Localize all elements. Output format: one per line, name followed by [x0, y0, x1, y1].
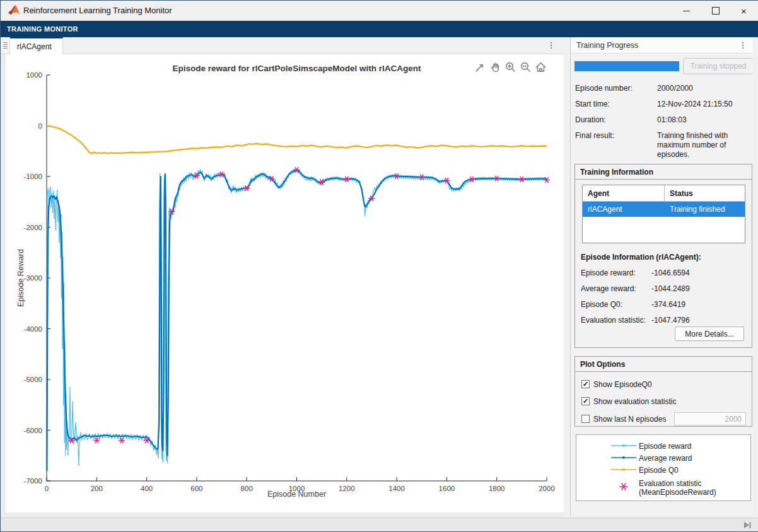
- training-stopped-button[interactable]: Training stopped: [683, 58, 754, 74]
- section-header: Training Information: [575, 165, 752, 180]
- minimize-button[interactable]: [672, 1, 701, 21]
- app-window: Reinforcement Learning Training Monitor …: [0, 0, 758, 532]
- chart-legend: Episode reward Average reward Episode Q0…: [576, 434, 751, 501]
- svg-text:-4000: -4000: [24, 325, 42, 333]
- svg-text:400: 400: [141, 485, 153, 492]
- svg-text:-1000: -1000: [24, 173, 42, 180]
- tab-overflow-menu-button[interactable]: [546, 40, 556, 50]
- document-area: Episode reward for rlCartPoleSimscapeMod…: [1, 54, 564, 518]
- svg-text:2000: 2000: [539, 485, 555, 492]
- episode-q0-line-swatch: [610, 465, 637, 474]
- svg-text:1800: 1800: [489, 485, 505, 492]
- figure-panel: Episode reward for rlCartPoleSimscapeMod…: [6, 54, 564, 512]
- close-icon: ×: [741, 6, 747, 16]
- status-cell: Training finished: [670, 205, 725, 214]
- right-gutter: [753, 37, 758, 518]
- legend-entry-episode-q0: Episode Q0: [576, 465, 750, 476]
- svg-text:600: 600: [190, 485, 202, 492]
- field-value: 2000/2000: [657, 84, 752, 93]
- field-label: Episode number:: [575, 84, 633, 93]
- checkbox-label: Show last N episodes: [593, 415, 666, 424]
- panel-header: Training Progress: [571, 37, 753, 54]
- close-button[interactable]: ×: [730, 1, 758, 21]
- tab-label: rlACAgent: [17, 42, 52, 51]
- svg-text:-6000: -6000: [24, 427, 42, 434]
- agent-status-table[interactable]: Agent Status rlACAgent Training finished: [582, 185, 745, 243]
- document-tab-strip: rlACAgent: [1, 37, 564, 54]
- show-evaluation-statistic-checkbox[interactable]: [581, 397, 590, 405]
- tab-list-icon: [3, 42, 8, 43]
- svg-text:1000: 1000: [289, 485, 305, 492]
- checkbox-label: Show evaluation statistic: [593, 397, 676, 406]
- toolstrip-tab-training-monitor[interactable]: TRAINING MONITOR: [7, 25, 78, 33]
- training-information-section: Training Information Agent Status rlACAg…: [574, 164, 752, 348]
- field-label: Final result:: [575, 131, 614, 140]
- evaluation-statistic-asterisk-swatch: [610, 478, 637, 495]
- svg-text:-3000: -3000: [24, 274, 42, 282]
- svg-text:1600: 1600: [439, 485, 455, 492]
- svg-text:0: 0: [45, 485, 49, 492]
- episode-information-title: Episode Information (rlACAgent):: [581, 253, 701, 262]
- average-reward-line-swatch: [610, 453, 637, 462]
- svg-text:200: 200: [91, 485, 103, 492]
- section-title: Training Information: [580, 168, 653, 176]
- training-progress-bar: [574, 61, 679, 71]
- field-value: 01:08:03: [657, 115, 752, 124]
- tab-list-button[interactable]: [1, 37, 10, 54]
- column-header-status: Status: [665, 185, 745, 202]
- legend-entry-average-reward: Average reward: [576, 453, 750, 464]
- training-progress-panel: Training Progress Training stopped Episo…: [570, 37, 753, 516]
- maximize-button[interactable]: [701, 1, 730, 21]
- panel-splitter[interactable]: [564, 37, 570, 518]
- show-episodeq0-checkbox[interactable]: [581, 380, 590, 388]
- maximize-icon: [712, 7, 720, 14]
- title-bar: Reinforcement Learning Training Monitor …: [1, 1, 758, 21]
- plot-options-section: Plot Options Show EpisodeQ0 Show evaluat…: [574, 356, 752, 427]
- show-last-n-episodes-checkbox[interactable]: [581, 415, 590, 423]
- column-header-agent: Agent: [583, 185, 665, 202]
- toolstrip: TRAINING MONITOR: [1, 21, 758, 37]
- table-row[interactable]: rlACAgent Training finished: [583, 202, 745, 217]
- svg-text:1200: 1200: [339, 485, 355, 492]
- bottom-scrollbar[interactable]: [1, 518, 758, 531]
- minimize-icon: [683, 11, 690, 11]
- svg-text:-2000: -2000: [24, 224, 42, 231]
- skip-to-end-icon[interactable]: [742, 520, 752, 530]
- svg-text:1400: 1400: [388, 485, 405, 492]
- panel-menu-button[interactable]: [738, 40, 748, 50]
- last-n-episodes-field[interactable]: 2000: [674, 412, 746, 425]
- episode-reward-line-swatch: [610, 441, 637, 450]
- panel-title: Training Progress: [576, 41, 638, 50]
- tab-rlacagent[interactable]: rlACAgent: [10, 37, 63, 54]
- legend-entry-evaluation-statistic: Evaluation statistic (MeanEpisodeReward): [576, 478, 750, 498]
- svg-text:1000: 1000: [26, 71, 42, 79]
- agent-cell: rlACAgent: [588, 205, 622, 214]
- progress-fill: [574, 61, 679, 71]
- field-label: Duration:: [575, 115, 606, 124]
- field-value: 12-Nov-2024 21:15:50: [657, 100, 752, 108]
- svg-text:0: 0: [38, 122, 42, 130]
- section-title: Plot Options: [580, 360, 625, 369]
- svg-text:800: 800: [241, 485, 253, 492]
- checkbox-label: Show EpisodeQ0: [593, 380, 652, 389]
- reward-chart[interactable]: 0200400600800100012001400160018002000100…: [6, 54, 564, 512]
- more-details-button[interactable]: More Details...: [675, 327, 744, 341]
- legend-entry-episode-reward: Episode reward: [576, 441, 750, 452]
- section-header: Plot Options: [575, 357, 752, 372]
- field-value: Training finished with maximum number of…: [657, 131, 752, 159]
- svg-text:-7000: -7000: [24, 477, 42, 485]
- field-label: Start time:: [575, 100, 610, 108]
- svg-text:-5000: -5000: [24, 376, 42, 383]
- window-title: Reinforcement Learning Training Monitor: [23, 6, 172, 15]
- matlab-logo-icon: [8, 4, 20, 17]
